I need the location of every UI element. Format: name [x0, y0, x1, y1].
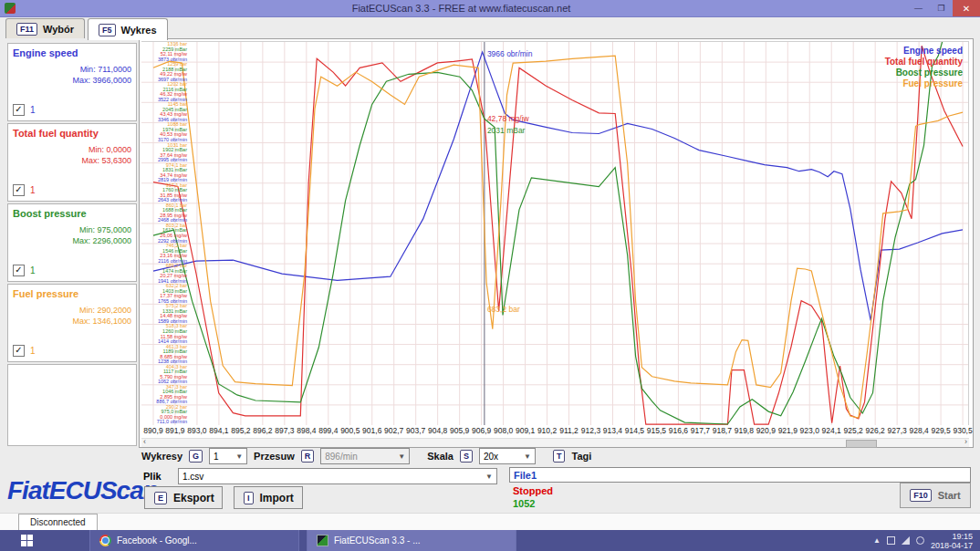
- chevron-down-icon: ▼: [485, 473, 493, 481]
- tab-wybor[interactable]: F11 Wybór: [5, 18, 85, 38]
- scroll-right-icon[interactable]: ›: [964, 438, 967, 446]
- action-center-icon[interactable]: [887, 536, 895, 545]
- taskbar: Facebook - Googl...FiatECUScan 3.3 - ...…: [0, 530, 980, 551]
- start-menu-button[interactable]: [0, 530, 53, 551]
- signal-group: Engine speedMin: 711,0000Max: 3966,0000✓…: [7, 43, 137, 121]
- network-icon[interactable]: [902, 536, 910, 545]
- signal-checkbox-label: 1: [30, 265, 36, 276]
- signal-min-max: Min: 0,0000Max: 53,6300: [81, 144, 131, 166]
- chevron-down-icon: ▼: [524, 452, 531, 461]
- chrome-icon: [99, 535, 111, 546]
- signal-checkbox[interactable]: ✓: [13, 184, 25, 196]
- volume-icon[interactable]: [916, 536, 924, 545]
- clock-time: 19:15: [931, 532, 973, 541]
- chart-controls: Wykresy G 1▼ Przesuw R 896/min▼ Skala S …: [141, 448, 591, 464]
- signal-list-empty-area: [7, 364, 137, 446]
- signal-group: Total fuel quantityMin: 0,0000Max: 53,63…: [7, 123, 137, 202]
- wykresy-hotkey: G: [189, 450, 203, 463]
- app-icon: [5, 3, 16, 14]
- chevron-down-icon: ▼: [398, 452, 405, 461]
- plik-label: Plik: [143, 471, 162, 482]
- import-button[interactable]: I Import: [234, 486, 303, 509]
- import-label: Import: [260, 492, 294, 504]
- tab-wybor-hotkey: F11: [16, 23, 37, 36]
- tab-wykres[interactable]: F5 Wykres: [88, 18, 167, 40]
- skala-label: Skala: [427, 451, 454, 462]
- signal-min-max: Min: 290,2000Max: 1346,1000: [72, 305, 131, 327]
- wykresy-label: Wykresy: [141, 451, 182, 462]
- fiatecuscan-icon: [317, 535, 328, 546]
- signal-name: Boost pressure: [8, 204, 136, 219]
- system-tray: ▲ 19:15 2018-04-17: [873, 532, 980, 550]
- signal-name: Fuel pressure: [8, 285, 136, 299]
- taskbar-task[interactable]: Facebook - Googl...: [89, 530, 299, 551]
- eksport-label: Eksport: [173, 492, 214, 504]
- tagi-hotkey: T: [553, 450, 566, 463]
- taskbar-tasks: Facebook - Googl...FiatECUScan 3.3 - ...: [89, 530, 516, 551]
- tab-wybor-label: Wybór: [43, 24, 74, 35]
- current-file-name: File1: [514, 470, 537, 481]
- fiatecuscan-logo: FiatECUScan: [7, 476, 158, 505]
- przesuw-value: 896/min: [325, 452, 358, 462]
- status-strip: Disconnected: [0, 513, 980, 531]
- signal-checkbox-label: 1: [30, 105, 36, 115]
- wykresy-select[interactable]: 1▼: [209, 448, 247, 464]
- sample-counter: 1052: [513, 498, 535, 509]
- connection-status: Disconnected: [18, 514, 98, 531]
- title-bar: FiatECUScan 3.3 - FREE at www.fiatecusca…: [0, 0, 980, 17]
- x-axis-labels: 890,9891,9893,0894,1895,2896,2897,3898,4…: [141, 426, 968, 437]
- close-button[interactable]: ✕: [953, 0, 980, 16]
- clock-date: 2018-04-17: [931, 541, 973, 550]
- signal-min-max: Min: 711,0000Max: 3966,0000: [72, 64, 131, 86]
- plik-select[interactable]: 1.csv▼: [178, 468, 497, 484]
- chart-scrollbar[interactable]: ‹ ›: [141, 438, 969, 447]
- eksport-hotkey: E: [154, 492, 167, 504]
- eksport-button[interactable]: E Eksport: [144, 486, 223, 509]
- start-hotkey: F10: [910, 489, 932, 502]
- chevron-down-icon: ▼: [235, 452, 243, 461]
- window-title: FiatECUScan 3.3 - FREE at www.fiatecusca…: [16, 3, 907, 14]
- przesuw-label: Przesuw: [254, 451, 295, 462]
- skala-select[interactable]: 20x▼: [479, 448, 536, 464]
- taskbar-clock[interactable]: 19:15 2018-04-17: [931, 532, 973, 550]
- signal-checkbox-label: 1: [30, 346, 36, 356]
- windows-logo-icon: [21, 535, 33, 546]
- plik-value: 1.csv: [182, 472, 203, 482]
- skala-hotkey: S: [460, 450, 473, 463]
- tagi-label: Tagi: [571, 451, 591, 462]
- signal-name: Total fuel quantity: [8, 124, 136, 139]
- start-label: Start: [938, 490, 961, 501]
- chart-canvas: [141, 42, 968, 425]
- x-tick-label: 930,5: [944, 426, 980, 435]
- chart-panel: 1316 bar2259 mBar52,11 mg/iw3873 obr/min…: [139, 38, 974, 448]
- skala-value: 20x: [484, 452, 498, 462]
- signal-checkbox[interactable]: ✓: [13, 265, 25, 276]
- signal-checkbox[interactable]: ✓: [13, 345, 25, 357]
- scrollbar-thumb[interactable]: [846, 440, 877, 448]
- tray-expand-icon[interactable]: ▲: [873, 536, 881, 545]
- signal-min-max: Min: 975,0000Max: 2296,0000: [72, 224, 131, 246]
- tab-wykres-hotkey: F5: [99, 24, 116, 36]
- maximize-button[interactable]: ❐: [930, 0, 953, 16]
- signal-name: Engine speed: [8, 44, 136, 58]
- tab-wykres-label: Wykres: [121, 25, 157, 36]
- signal-group: Fuel pressureMin: 290,2000Max: 1346,1000…: [7, 284, 137, 362]
- task-label: FiatECUScan 3.3 - ...: [334, 535, 420, 546]
- screen: { "window": { "title": "FiatECUScan 3.3 …: [0, 0, 980, 551]
- scroll-left-icon[interactable]: ‹: [143, 438, 146, 446]
- minimize-button[interactable]: —: [907, 0, 930, 16]
- tab-bar: F11 Wybór F5 Wykres: [5, 18, 168, 38]
- chart-plot-area[interactable]: 1316 bar2259 mBar52,11 mg/iw3873 obr/min…: [141, 41, 969, 425]
- start-button[interactable]: F10 Start: [900, 483, 971, 508]
- przesuw-select[interactable]: 896/min▼: [320, 448, 410, 464]
- wykresy-value: 1: [214, 452, 219, 462]
- signal-group: Boost pressureMin: 975,0000Max: 2296,000…: [7, 203, 137, 282]
- przesuw-hotkey: R: [301, 450, 315, 463]
- import-hotkey: I: [244, 492, 254, 504]
- task-label: Facebook - Googl...: [117, 535, 197, 546]
- signal-checkbox[interactable]: ✓: [13, 104, 25, 116]
- signal-checkbox-label: 1: [30, 185, 36, 195]
- recording-status: Stopped: [513, 485, 553, 496]
- taskbar-task[interactable]: FiatECUScan 3.3 - ...: [307, 530, 516, 551]
- current-file-box: File1: [509, 467, 971, 483]
